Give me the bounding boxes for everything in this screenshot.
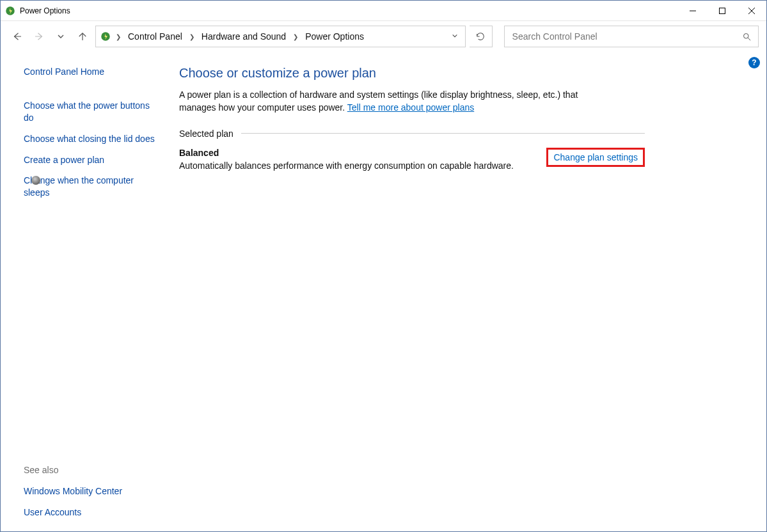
sidebar-link[interactable]: Choose what closing the lid does: [24, 133, 156, 145]
window-frame: Power Options ❯: [0, 0, 767, 532]
power-plan-row: Balanced Automatically balances performa…: [179, 148, 645, 171]
selected-plan-section: Selected plan: [179, 129, 645, 139]
close-button[interactable]: [737, 1, 766, 21]
help-icon[interactable]: ?: [748, 57, 760, 68]
refresh-button[interactable]: [470, 26, 493, 47]
svg-line-7: [748, 38, 750, 40]
chevron-right-icon: ❯: [291, 33, 300, 40]
tell-me-more-link[interactable]: Tell me more about power plans: [347, 102, 474, 113]
plan-name: Balanced: [179, 148, 514, 158]
up-button[interactable]: [74, 27, 91, 45]
address-bar[interactable]: ❯ Control Panel ❯ Hardware and Sound ❯ P…: [95, 26, 466, 47]
title-bar: Power Options: [1, 1, 766, 21]
breadcrumb-item[interactable]: Power Options: [303, 30, 367, 43]
power-options-icon: [100, 31, 111, 42]
content-area: ? Control Panel Home Choose what the pow…: [1, 52, 766, 531]
svg-point-6: [744, 33, 749, 38]
sidebar: Control Panel Home Choose what the power…: [1, 52, 164, 531]
back-button[interactable]: [8, 27, 26, 45]
page-heading: Choose or customize a power plan: [179, 66, 645, 81]
see-also-label: See also: [24, 465, 156, 475]
search-box[interactable]: [504, 26, 759, 47]
address-dropdown[interactable]: [448, 33, 461, 40]
power-options-icon: [4, 5, 16, 17]
window-title: Power Options: [20, 6, 70, 15]
recent-dropdown[interactable]: [52, 27, 70, 45]
see-also-link[interactable]: Windows Mobility Center: [24, 485, 156, 497]
chevron-right-icon: ❯: [187, 33, 196, 40]
breadcrumb-item[interactable]: Hardware and Sound: [199, 30, 289, 43]
divider: [241, 133, 645, 134]
chevron-right-icon: ❯: [114, 33, 123, 40]
maximize-button[interactable]: [708, 1, 737, 21]
page-description: A power plan is a collection of hardware…: [179, 88, 614, 114]
search-input[interactable]: [511, 31, 737, 42]
main-panel: Choose or customize a power plan A power…: [164, 52, 766, 531]
sidebar-link[interactable]: Change when the computer sleeps: [24, 175, 156, 199]
minimize-button[interactable]: [678, 1, 708, 21]
navigation-bar: ❯ Control Panel ❯ Hardware and Sound ❯ P…: [1, 21, 766, 52]
sidebar-link[interactable]: Choose what the power buttons do: [24, 100, 156, 124]
plan-description: Automatically balances performance with …: [179, 160, 514, 171]
change-plan-settings-link[interactable]: Change plan settings: [546, 148, 645, 167]
svg-rect-2: [720, 8, 725, 13]
search-icon: [742, 32, 752, 42]
section-label: Selected plan: [179, 129, 233, 139]
control-panel-home-link[interactable]: Control Panel Home: [24, 66, 156, 78]
breadcrumb-item[interactable]: Control Panel: [125, 30, 185, 43]
see-also-link[interactable]: User Accounts: [24, 506, 156, 519]
sidebar-link[interactable]: Create a power plan: [24, 154, 156, 166]
forward-button[interactable]: [30, 27, 48, 45]
